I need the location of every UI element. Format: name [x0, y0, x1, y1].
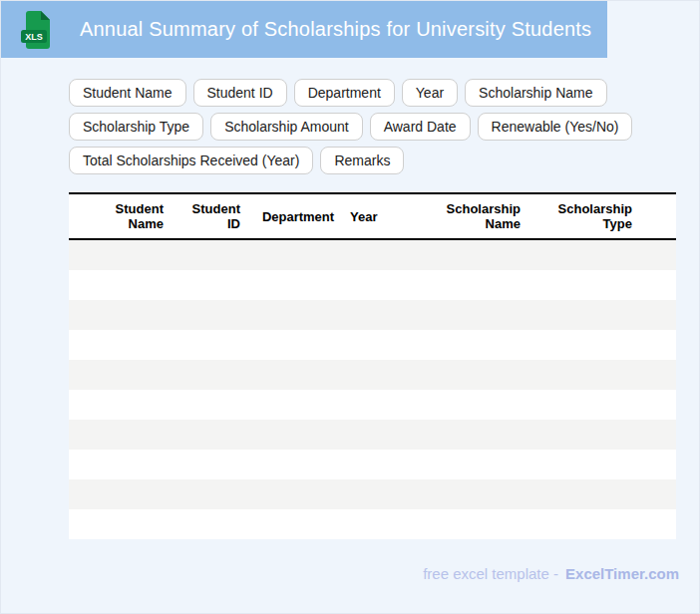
table-row	[69, 450, 676, 479]
chip-award-date[interactable]: Award Date	[370, 113, 471, 141]
chip-scholarship-name[interactable]: Scholarship Name	[465, 79, 606, 107]
xls-file-icon: XLS	[21, 11, 51, 49]
chip-remarks[interactable]: Remarks	[320, 147, 404, 174]
table-row	[69, 509, 676, 539]
chip-student-id[interactable]: Student ID	[193, 79, 287, 107]
table-row	[69, 479, 676, 509]
column-header-5: Scholarship Name	[403, 201, 532, 231]
column-header-2: Student ID	[172, 201, 248, 231]
footer-brand-link[interactable]: ExcelTimer.com	[565, 565, 679, 582]
column-header-1: Student Name	[69, 201, 172, 231]
field-chip-list: Student NameStudent IDDepartmentYearScho…	[69, 79, 642, 174]
table-row	[69, 240, 676, 270]
summary-table: Student NameStudent IDDepartmentYearScho…	[69, 192, 676, 539]
table-row	[69, 390, 676, 420]
table-row	[69, 270, 676, 300]
header-bar: XLS Annual Summary of Scholarships for U…	[1, 1, 607, 58]
column-header-3: Department	[248, 209, 348, 224]
table-row	[69, 300, 676, 330]
footer-tagline: free excel template -	[423, 565, 558, 582]
chip-student-name[interactable]: Student Name	[69, 79, 186, 107]
table-row	[69, 360, 676, 390]
xls-file-icon-graphic: XLS	[21, 11, 51, 49]
column-header-4: Year	[348, 209, 403, 224]
table-row	[69, 420, 676, 450]
table-row	[69, 330, 676, 360]
table-header-row: Student NameStudent IDDepartmentYearScho…	[69, 192, 676, 240]
chip-scholarship-amount[interactable]: Scholarship Amount	[210, 113, 363, 141]
footer: free excel template -ExcelTimer.com	[1, 565, 699, 582]
chip-renewable-yes-no[interactable]: Renewable (Yes/No)	[478, 113, 633, 141]
column-header-6: Scholarship Type	[532, 201, 676, 231]
chip-total-scholarships-received-year[interactable]: Total Scholarships Received (Year)	[69, 147, 313, 174]
chip-scholarship-type[interactable]: Scholarship Type	[69, 113, 203, 141]
chip-department[interactable]: Department	[294, 79, 395, 107]
xls-icon-label: XLS	[25, 32, 43, 42]
page-title: Annual Summary of Scholarships for Unive…	[80, 18, 591, 41]
chip-year[interactable]: Year	[402, 79, 458, 107]
table-body	[69, 240, 676, 539]
